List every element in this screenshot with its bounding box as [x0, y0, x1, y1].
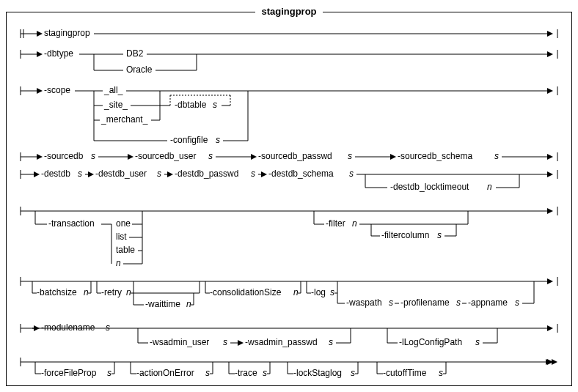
row-dbtype: -dbtype DB2 Oracle [21, 48, 557, 75]
cmd-text: stagingprop [44, 28, 90, 38]
row-transaction-filter: -transaction one list table n -filter n … [21, 207, 557, 268]
opt-forcefileprop: -forceFileProp [41, 368, 97, 378]
svg-text:s: s [330, 287, 334, 297]
row-stagingprop: stagingprop [21, 28, 557, 38]
opt-modulename: -modulename [41, 322, 95, 333]
svg-text:n: n [487, 182, 492, 192]
svg-text:n: n [186, 299, 191, 309]
opt-wsadmin-passwd: -wsadmin_passwd [245, 337, 318, 347]
svg-text:s: s [106, 322, 110, 333]
val-n: n [116, 258, 121, 268]
opt-actiononerror: -actionOnError [136, 368, 194, 378]
svg-text:s: s [437, 230, 442, 240]
opt-batchsize: -batchsize [37, 287, 77, 297]
var-configfile-s: s [216, 135, 220, 145]
svg-text:s: s [439, 368, 443, 378]
val-list: list [116, 232, 127, 242]
val-table: table [116, 245, 135, 255]
opt-lockstaglog: -lockStaglog [293, 368, 342, 378]
row-sourcedb: -sourcedb s -sourcedb_user s -sourcedb_p… [21, 151, 557, 161]
row-final: -forceFileProp s -actionOnError s -trace… [21, 358, 557, 378]
svg-text:s: s [475, 337, 480, 347]
opt-scope: -scope [44, 85, 70, 95]
svg-text:s: s [456, 297, 461, 308]
opt-retry: -retry [101, 287, 122, 297]
svg-text:s: s [494, 151, 499, 161]
opt-waittime: -waittime [145, 299, 180, 309]
opt-destdb-passwd: -destdb_passwd [175, 169, 238, 179]
row-misc1: -batchsize n -retry n -waittime n [21, 277, 557, 309]
svg-text:s: s [348, 151, 352, 161]
svg-marker-168 [546, 359, 552, 365]
opt-filtercolumn: -filtercolumn [381, 230, 429, 240]
svg-text:s: s [351, 368, 355, 378]
svg-text:s: s [251, 169, 255, 179]
row-scope: -scope _all_ _site_ _merchant_ -dbtable … [21, 85, 557, 145]
val-site: _site_ [103, 100, 128, 110]
opt-dbtype: -dbtype [44, 48, 73, 59]
opt-trace: -trace [235, 368, 257, 378]
opt-dbtable: -dbtable [175, 100, 207, 110]
svg-text:s: s [223, 337, 227, 347]
svg-text:s: s [349, 169, 354, 179]
svg-text:s: s [263, 368, 267, 378]
opt-destdb-locktimeout: -destdb_locktimeout [390, 182, 469, 192]
opt-sourcedb-passwd: -sourcedb_passwd [258, 151, 332, 161]
val-one: one [116, 218, 131, 229]
svg-marker-169 [552, 359, 557, 365]
svg-text:s: s [329, 337, 333, 347]
var-dbtable-s: s [213, 100, 217, 110]
svg-text:s: s [157, 169, 161, 179]
opt-destdb-schema: -destdb_schema [268, 169, 334, 179]
svg-text:n: n [352, 218, 357, 229]
opt-sourcedb-schema: -sourcedb_schema [398, 151, 472, 161]
val-all: _all_ [103, 85, 123, 95]
svg-text:n: n [293, 287, 299, 297]
row-misc2: -modulename s -wsadmin_user s -wsadmin_p… [21, 322, 557, 347]
svg-text:s: s [205, 368, 210, 378]
opt-sourcedb: -sourcedb [44, 151, 84, 161]
opt-filter: -filter [326, 218, 345, 229]
opt-configfile: -configfile [170, 135, 208, 145]
opt-wsadmin-user: -wsadmin_user [150, 337, 209, 347]
val-oracle: Oracle [126, 64, 153, 75]
opt-appname: -appname [468, 297, 508, 308]
opt-profilename: -profilename [400, 297, 450, 308]
opt-destdb: -destdb [41, 169, 70, 179]
svg-text:n: n [126, 287, 131, 297]
svg-text:s: s [389, 297, 393, 308]
diagram-svg: stagingprop -dbtype DB2 Oracle - [6, 12, 572, 386]
svg-text:s: s [515, 297, 519, 308]
syntax-diagram: stagingprop stagingprop -dbtype DB2 [0, 0, 578, 392]
svg-text:s: s [208, 151, 213, 161]
opt-waspath: -waspath [346, 297, 382, 308]
svg-text:s: s [91, 151, 95, 161]
opt-logconfigpath: -lLogConfigPath [399, 337, 462, 347]
svg-text:s: s [107, 368, 111, 378]
opt-consolidationSize: -consolidationSize [210, 287, 282, 297]
opt-log: -log [311, 287, 326, 297]
opt-sourcedb-user: -sourcedb_user [135, 151, 196, 161]
svg-text:s: s [78, 169, 82, 179]
row-destdb: -destdb s -destdb_user s -destdb_passwd … [21, 169, 557, 192]
opt-transaction: -transaction [48, 218, 95, 229]
opt-destdb-user: -destdb_user [95, 169, 147, 179]
val-db2: DB2 [126, 48, 144, 59]
val-merchant: _merchant_ [100, 114, 148, 125]
svg-text:n: n [84, 287, 89, 297]
opt-cutofftime: -cutoffTime [383, 368, 427, 378]
